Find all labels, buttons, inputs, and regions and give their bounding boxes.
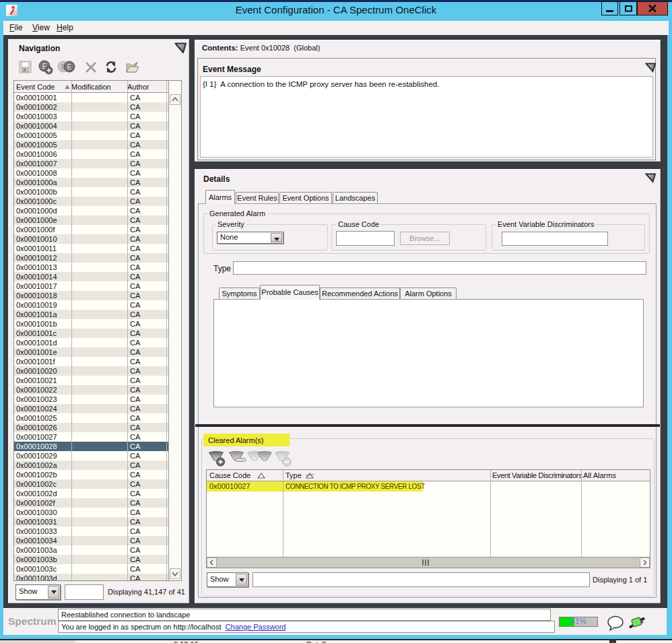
svg-text:E: E <box>67 63 72 71</box>
